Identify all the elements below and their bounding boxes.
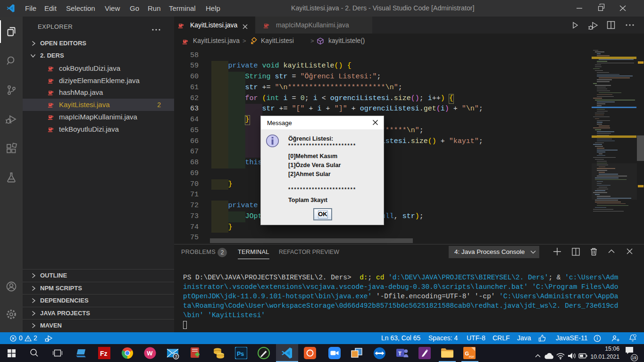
svg-text:W: W	[147, 350, 153, 357]
svg-text:Ps: Ps	[237, 351, 244, 357]
svg-text:PDF: PDF	[469, 355, 475, 358]
svg-text:19: 19	[632, 355, 636, 360]
svg-text:Fz: Fz	[100, 350, 108, 357]
svg-text:G: G	[465, 351, 469, 356]
svg-text:T: T	[398, 350, 401, 356]
svg-text:7: 7	[175, 354, 177, 359]
